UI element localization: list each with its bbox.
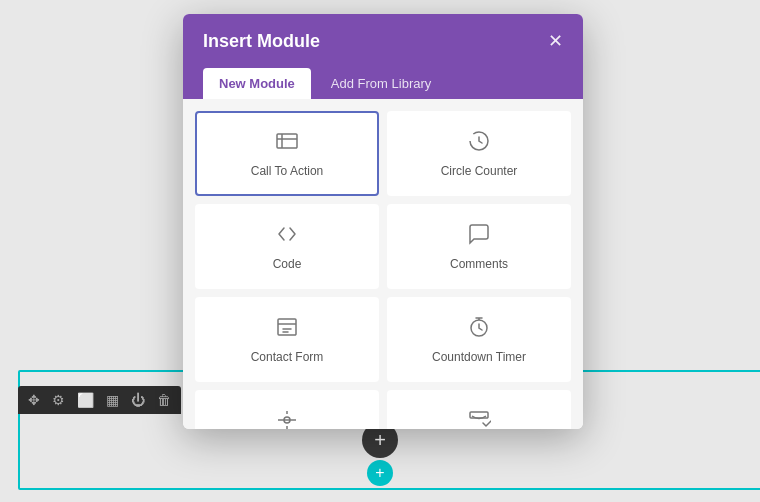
svg-rect-0 [277, 134, 297, 148]
modal-close-button[interactable]: ✕ [548, 30, 563, 52]
email-optin-icon [467, 408, 491, 429]
module-grid: Call To Action Circle Counter [183, 99, 583, 429]
module-label-countdown-timer: Countdown Timer [432, 350, 526, 364]
module-item-call-to-action[interactable]: Call To Action [195, 111, 379, 196]
module-item-email-optin[interactable]: Email Optin [387, 390, 571, 429]
modal-title: Insert Module [203, 31, 320, 52]
modal-overlay: Insert Module ✕ New Module Add From Libr… [0, 0, 760, 502]
module-label-call-to-action: Call To Action [251, 164, 324, 178]
module-label-code: Code [273, 257, 302, 271]
module-item-contact-form[interactable]: Contact Form [195, 297, 379, 382]
comments-icon [467, 222, 491, 249]
module-label-contact-form: Contact Form [251, 350, 324, 364]
module-item-comments[interactable]: Comments [387, 204, 571, 289]
module-item-circle-counter[interactable]: Circle Counter [387, 111, 571, 196]
tab-add-from-library[interactable]: Add From Library [315, 68, 447, 99]
call-to-action-icon [275, 129, 299, 156]
module-item-code[interactable]: Code [195, 204, 379, 289]
module-label-circle-counter: Circle Counter [441, 164, 518, 178]
modal-header: Insert Module ✕ [183, 14, 583, 68]
insert-module-dialog: Insert Module ✕ New Module Add From Libr… [183, 14, 583, 429]
module-item-countdown-timer[interactable]: Countdown Timer [387, 297, 571, 382]
module-label-comments: Comments [450, 257, 508, 271]
contact-form-icon [275, 315, 299, 342]
tab-new-module[interactable]: New Module [203, 68, 311, 99]
modal-tabs: New Module Add From Library [183, 68, 583, 99]
divider-icon [275, 408, 299, 429]
code-icon [275, 222, 299, 249]
circle-counter-icon [467, 129, 491, 156]
module-item-divider[interactable]: Divider [195, 390, 379, 429]
countdown-timer-icon [467, 315, 491, 342]
